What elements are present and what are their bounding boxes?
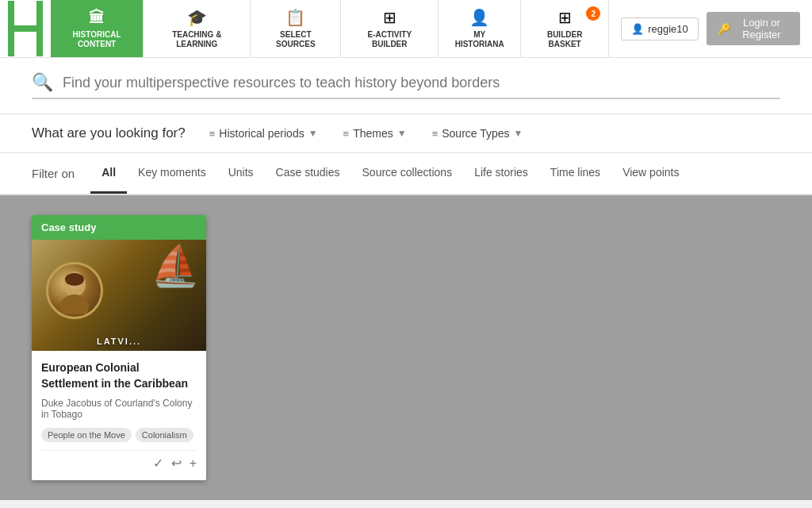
source-types-dropdown[interactable]: ≡ Source Types ▼: [426, 124, 530, 143]
builder-basket-label: BUILDER BASKET: [535, 30, 594, 49]
card-ship: ⛵: [151, 246, 200, 286]
teaching-label: TEACHING & LEARNING: [158, 30, 236, 49]
themes-list-icon: ≡: [343, 128, 350, 140]
nav-items: 🎓 TEACHING & LEARNING 📋 SELECT SOURCES ⊞…: [144, 0, 609, 57]
svg-rect-1: [36, 1, 43, 56]
filter-question-label: What are you looking for?: [32, 125, 186, 141]
search-icon: 🔍: [32, 72, 53, 93]
logo-svg: [6, 1, 44, 56]
tab-all[interactable]: All: [90, 153, 127, 194]
my-historiana-label: MY HISTORIANA: [453, 30, 506, 49]
card-title: European Colonial Settlement in the Cari…: [41, 360, 197, 391]
login-register-button[interactable]: 🔑 Login or Register: [707, 12, 800, 45]
login-label: Login or Register: [734, 17, 789, 40]
historical-label: HISTORICAL CONTENT: [62, 30, 132, 49]
tab-section: Filter on All Key moments Units Case stu…: [0, 153, 812, 195]
logo-area: 🏛 HISTORICAL CONTENT: [0, 0, 144, 57]
user-button[interactable]: 👤 reggie10: [621, 17, 699, 40]
username: reggie10: [648, 23, 688, 35]
themes-arrow-icon: ▼: [397, 128, 407, 139]
source-types-label: Source Types: [442, 127, 509, 140]
card-add-button[interactable]: +: [190, 456, 197, 471]
builder-basket-icon: ⊞: [558, 8, 572, 27]
teaching-icon: 🎓: [187, 8, 207, 27]
card-actions: ✓ ↩ +: [41, 450, 197, 471]
card-image: ⛵ LATVI...: [32, 240, 206, 351]
search-input[interactable]: [63, 75, 602, 91]
eactivity-label: E-ACTIVITY BUILDER: [355, 30, 423, 49]
content-area: Case study ⛵ LATVI... European Colonial …: [0, 195, 812, 500]
filter-section: What are you looking for? ≡ Historical p…: [0, 114, 812, 153]
themes-dropdown[interactable]: ≡ Themes ▼: [337, 124, 413, 143]
search-section: 🔍: [0, 58, 812, 114]
portrait-svg: [55, 267, 94, 314]
source-types-arrow-icon: ▼: [514, 128, 523, 139]
svg-rect-0: [8, 1, 14, 56]
tab-key-moments[interactable]: Key moments: [127, 153, 217, 194]
nav-my-historiana[interactable]: 👤 MY HISTORIANA: [439, 0, 521, 57]
filter-on-label: Filter on: [32, 154, 75, 193]
my-historiana-icon: 👤: [469, 8, 489, 27]
card-portrait-circle: [46, 262, 103, 319]
historical-content-nav[interactable]: 🏛 HISTORICAL CONTENT: [51, 0, 143, 57]
historical-periods-list-icon: ≡: [209, 128, 216, 140]
card-body: European Colonial Settlement in the Cari…: [32, 351, 206, 480]
card-subtitle: Duke Jacobus of Courland's Colony in Tob…: [41, 398, 197, 420]
card-like-button[interactable]: ✓: [153, 456, 163, 471]
nav-teaching[interactable]: 🎓 TEACHING & LEARNING: [144, 0, 251, 57]
card-tags: People on the Move Colonialism: [41, 428, 197, 442]
search-bar: 🔍: [32, 72, 780, 99]
logo-h-mark: [0, 0, 51, 57]
tabs-container: All Key moments Units Case studies Sourc…: [90, 153, 690, 194]
login-icon: 🔑: [718, 23, 730, 35]
nav-builder-basket[interactable]: ⊞ BUILDER BASKET 2: [521, 0, 609, 57]
svg-point-6: [65, 273, 84, 286]
tab-view-points[interactable]: View points: [611, 153, 690, 194]
card-image-text: LATVI...: [32, 337, 206, 346]
select-sources-icon: 📋: [285, 8, 305, 27]
svg-point-4: [60, 294, 89, 314]
historical-icon: 🏛: [89, 9, 105, 27]
card-share-button[interactable]: ↩: [171, 456, 182, 471]
nav-eactivity[interactable]: ⊞ E-ACTIVITY BUILDER: [341, 0, 439, 57]
source-types-list-icon: ≡: [432, 128, 439, 140]
tab-time-lines[interactable]: Time lines: [539, 153, 611, 194]
nav-select-sources[interactable]: 📋 SELECT SOURCES: [251, 0, 341, 57]
tab-life-stories[interactable]: Life stories: [463, 153, 539, 194]
user-icon: 👤: [631, 23, 644, 35]
card-1: Case study ⛵ LATVI... European Colonial …: [32, 215, 206, 480]
tab-case-studies[interactable]: Case studies: [265, 153, 351, 194]
card-tag-people[interactable]: People on the Move: [41, 428, 132, 442]
basket-badge: 2: [586, 6, 600, 21]
historical-periods-arrow-icon: ▼: [308, 128, 318, 139]
themes-label: Themes: [353, 127, 393, 140]
tab-units[interactable]: Units: [217, 153, 265, 194]
header: 🏛 HISTORICAL CONTENT 🎓 TEACHING & LEARNI…: [0, 0, 812, 58]
card-tag-colonialism[interactable]: Colonialism: [136, 428, 193, 442]
header-right: 👤 reggie10 🔑 Login or Register: [609, 0, 812, 57]
eactivity-icon: ⊞: [383, 8, 396, 27]
tab-source-collections[interactable]: Source collections: [351, 153, 464, 194]
select-sources-label: SELECT SOURCES: [265, 30, 326, 49]
svg-rect-2: [14, 25, 36, 32]
card-type-label: Case study: [32, 215, 206, 240]
historical-periods-label: Historical periods: [219, 127, 304, 140]
historical-periods-dropdown[interactable]: ≡ Historical periods ▼: [203, 124, 324, 143]
